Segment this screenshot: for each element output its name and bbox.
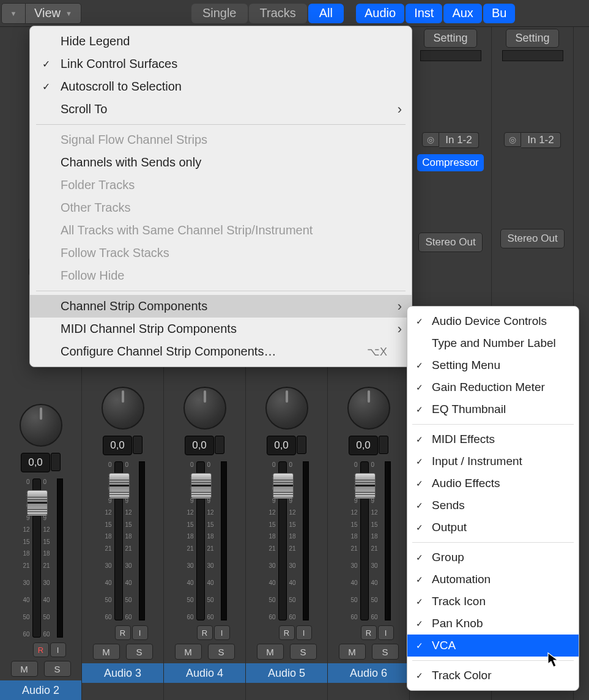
menu-scroll-to[interactable]: Scroll To [30,98,412,121]
record-enable-button[interactable]: R [361,625,377,640]
sub-eq-thumbnail[interactable]: ✓EQ Thumbnail [407,398,579,420]
record-enable-button[interactable]: R [197,625,213,640]
pan-knob[interactable] [183,387,226,430]
record-enable-button[interactable]: R [279,625,295,640]
output-button[interactable]: Stereo Out [500,229,564,248]
pan-value[interactable]: 0,0 [103,436,132,455]
sub-group[interactable]: ✓Group [407,546,579,568]
tab-tracks[interactable]: Tracks [249,4,307,23]
solo-button[interactable]: S [290,644,317,660]
track-name-label[interactable]: Audio 6 [328,663,409,683]
pan-knob[interactable] [265,387,308,430]
menu-midi-channel-strip-components[interactable]: MIDI Channel Strip Components [30,318,412,340]
pan-value[interactable]: 0,0 [21,453,50,472]
tab-all[interactable]: All [308,4,344,23]
fader-cap[interactable] [27,490,48,516]
level-meter [385,461,391,620]
sub-midi-effects[interactable]: ✓MIDI Effects [407,428,579,450]
tab-audio[interactable]: Audio [356,4,404,23]
view-label: View [34,6,61,20]
mute-button[interactable]: M [175,644,202,660]
setting-button[interactable]: Setting [424,29,476,48]
track-name-label[interactable]: Audio 5 [246,663,327,683]
sub-track-color[interactable]: ✓Track Color [407,665,579,687]
solo-button[interactable]: S [208,644,235,660]
record-enable-button[interactable]: R [115,625,131,640]
audio-effect-insert[interactable]: Compressor [417,154,484,171]
input-monitor-button[interactable]: I [214,625,230,640]
fader[interactable]: 0369121518213040506003691215182130405060 [183,461,227,620]
tab-inst[interactable]: Inst [406,4,442,23]
tab-single[interactable]: Single [191,4,248,23]
sub-track-icon[interactable]: ✓Track Icon [407,590,579,612]
setting-button[interactable]: Setting [506,29,558,48]
fader[interactable]: 0369121518213040506003691215182130405060 [101,461,145,620]
tab-aux[interactable]: Aux [443,4,481,23]
pan-meter [379,436,388,454]
menu-autoscroll-to-selection[interactable]: ✓Autoscroll to Selection [30,75,412,98]
pan-value[interactable]: 0,0 [185,436,214,455]
mute-button[interactable]: M [11,661,38,677]
mute-button[interactable]: M [257,644,284,660]
pan-knob[interactable] [20,404,62,447]
pan-knob[interactable] [347,387,390,430]
fader[interactable]: 03691215182130405060 0369121518213040506… [19,478,63,638]
input-button[interactable]: In 1-2 [439,132,478,148]
menu-configure-channel-strip[interactable]: Configure Channel Strip Components…⌥X [30,340,412,363]
input-monitor-button[interactable]: I [50,642,66,657]
menu-separator [412,542,574,543]
solo-button[interactable]: S [126,644,153,660]
sub-output[interactable]: ✓Output [407,516,579,538]
menu-signal-flow: Signal Flow Channel Strips [30,128,412,151]
check-icon: ✓ [416,641,423,650]
keyboard-shortcut: ⌥X [367,345,387,359]
track-name-label[interactable]: Audio 4 [164,663,245,683]
tab-bus[interactable]: Bu [483,4,515,23]
filter-tabs-right: Audio Inst Aux Bu [356,4,515,23]
check-icon: ✓ [416,478,423,488]
output-button[interactable]: Stereo Out [418,233,482,252]
gain-reduction-meter [502,50,563,61]
sub-audio-device-controls[interactable]: ✓Audio Device Controls [407,310,579,332]
input-monitor-button[interactable]: I [132,625,148,640]
menu-hide-legend[interactable]: Hide Legend [30,30,412,53]
fader[interactable]: 0369121518213040506003691215182130405060 [347,461,391,620]
sub-setting-menu[interactable]: ✓Setting Menu [407,354,579,376]
sub-type-number-label[interactable]: Type and Number Label [407,332,579,354]
solo-button[interactable]: S [372,644,399,660]
input-button[interactable]: In 1-2 [521,132,560,148]
track-name-label[interactable]: Audio 3 [82,663,163,683]
mute-button[interactable]: M [339,644,366,660]
fader-cap[interactable] [109,473,130,499]
input-monitor-button[interactable]: I [378,625,394,640]
sub-sends[interactable]: ✓Sends [407,494,579,516]
check-icon: ✓ [416,316,423,326]
pan-value[interactable]: 0,0 [349,436,378,455]
stereo-icon[interactable]: ◎ [504,132,521,147]
solo-button[interactable]: S [44,661,71,677]
mute-button[interactable]: M [93,644,120,660]
input-monitor-button[interactable]: I [296,625,312,640]
pan-value[interactable]: 0,0 [267,436,296,455]
sub-automation[interactable]: ✓Automation [407,568,579,590]
menu-channels-sends-only[interactable]: Channels with Sends only [30,151,412,174]
sub-pan-knob[interactable]: ✓Pan Knob [407,612,579,635]
stereo-icon[interactable]: ◎ [422,132,439,147]
sub-audio-effects[interactable]: ✓Audio Effects [407,472,579,494]
view-menu-button[interactable]: View ▼ [26,3,81,24]
fader-cap[interactable] [191,473,212,499]
pan-knob[interactable] [102,387,144,430]
fader-cap[interactable] [273,473,294,499]
menu-link-control-surfaces[interactable]: ✓Link Control Surfaces [30,53,412,75]
fader-cap[interactable] [355,473,376,499]
sub-gain-reduction-meter[interactable]: ✓Gain Reduction Meter [407,376,579,398]
track-name-label[interactable]: Audio 2 [0,680,81,700]
level-meter [57,478,63,638]
fader[interactable]: 0369121518213040506003691215182130405060 [265,461,309,620]
check-icon: ✓ [416,404,423,414]
sub-vca[interactable]: ✓VCA [407,635,579,657]
toolbar-dropdown[interactable]: ▼ [1,3,26,24]
sub-input-instrument[interactable]: ✓Input / Instrument [407,450,579,472]
menu-channel-strip-components[interactable]: Channel Strip Components [30,295,412,318]
record-enable-button[interactable]: R [33,642,49,657]
